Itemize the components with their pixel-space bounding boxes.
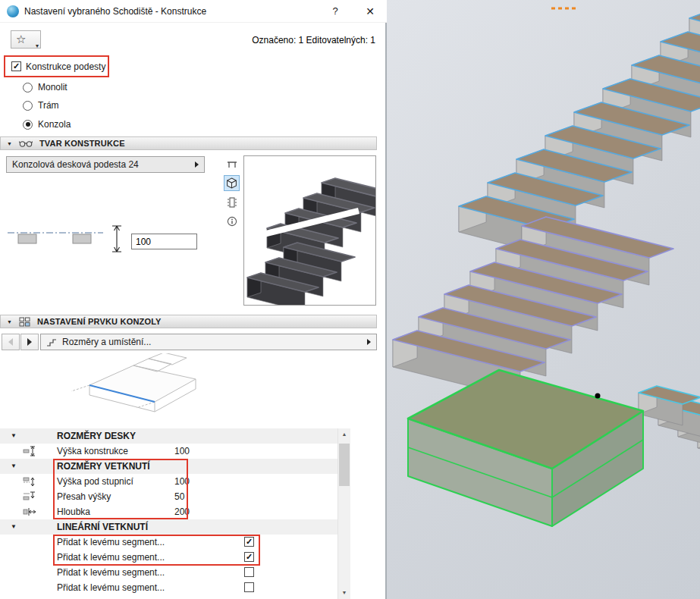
property-row[interactable]: Přidat k levému segment... [0, 535, 337, 550]
next-page-button[interactable] [20, 334, 39, 350]
caret-down-icon: ▾ [36, 42, 39, 49]
cantilever-diagram [44, 353, 218, 426]
property-group-header[interactable]: ▼LINEÁRNÍ VETKNUTÍ [0, 519, 337, 535]
radio-label: Trám [38, 100, 59, 111]
property-checkbox[interactable] [244, 537, 254, 547]
property-label: Hloubka [57, 504, 90, 519]
collapse-arrow-icon[interactable]: ▼ [11, 459, 17, 474]
titlebar[interactable]: Nastavení vybraného Schodiště - Konstruk… [0, 0, 387, 23]
property-row[interactable]: Hloubka200 [0, 504, 337, 519]
arrow-left-icon [8, 338, 13, 346]
collapse-arrow-icon[interactable]: ▼ [11, 519, 17, 535]
dim-depth-icon [23, 506, 39, 517]
stair-preview-image [244, 156, 375, 305]
selection-status: Označeno: 1 Editovatelných: 1 [252, 35, 375, 45]
dim-offset-icon [23, 491, 39, 502]
property-row[interactable]: Přesah výšky50 [0, 489, 337, 504]
property-checkbox[interactable] [244, 567, 254, 577]
archicad-app-icon [7, 5, 19, 17]
star-icon: ☆ [16, 33, 26, 46]
property-group-header[interactable]: ▼ROZMĚRY DESKY [0, 428, 337, 444]
radio-tram[interactable]: Trám [23, 99, 59, 111]
info-icon [227, 216, 237, 227]
radio-icon[interactable] [23, 83, 33, 93]
konstrukce-podesty-row[interactable]: Konstrukce podesty [11, 60, 105, 73]
dim-under-icon [23, 476, 39, 487]
property-table: ▼ROZMĚRY DESKYVýška konstrukce100▼ROZMĚR… [0, 428, 337, 595]
viewport-3d[interactable] [387, 0, 700, 599]
dim-height-icon [23, 446, 39, 456]
property-checkbox[interactable] [244, 552, 254, 562]
scrollbar[interactable]: ▲ ▼ [337, 428, 350, 599]
plan-view-button[interactable] [224, 156, 240, 172]
info-button[interactable] [224, 213, 240, 229]
arrow-right-icon [367, 339, 371, 345]
panel-header-tvar-konstrukce[interactable]: ▼ TVAR KONSTRUKCE [0, 136, 377, 150]
film-strip-icon [227, 197, 237, 208]
property-row[interactable]: Přidat k levému segment... [0, 580, 337, 595]
close-button[interactable]: ✕ [358, 0, 382, 23]
prev-page-button[interactable] [2, 334, 20, 350]
stair-settings-window: Nastavení vybraného Schodiště - Konstruk… [0, 0, 387, 599]
construction-preview [243, 155, 376, 306]
property-checkbox[interactable] [244, 582, 254, 592]
property-row[interactable]: Přidat k levému segment... [0, 550, 337, 565]
property-label: ROZMĚRY VETKNUTÍ [57, 459, 150, 474]
thickness-schematic [6, 224, 126, 256]
property-row[interactable]: Přidat k levému segment... [0, 565, 337, 580]
glasses-icon [19, 140, 33, 148]
height-arrow-icon [112, 226, 121, 252]
property-label: Přesah výšky [57, 489, 111, 504]
property-label: Výška konstrukce [57, 444, 128, 459]
property-label: Přidat k levému segment... [57, 565, 165, 580]
section-view-button[interactable] [224, 194, 240, 210]
radio-monolit[interactable]: Monolit [23, 81, 67, 93]
property-label: Přidat k levému segment... [57, 550, 165, 565]
panel-header-nastaveni-konzoly[interactable]: ▼ NASTAVENÍ PRVKU KONZOLY [0, 315, 377, 328]
help-button[interactable]: ? [323, 0, 347, 23]
radio-icon[interactable] [23, 101, 33, 111]
page-dropdown-value: Rozměry a umístění... [62, 337, 362, 347]
plan-view-icon [228, 162, 237, 168]
property-label: LINEÁRNÍ VETKNUTÍ [57, 519, 148, 535]
view-3d-button[interactable] [224, 175, 240, 191]
property-label: ROZMĚRY DESKY [57, 428, 136, 444]
property-group-header[interactable]: ▼ROZMĚRY VETKNUTÍ [0, 459, 337, 474]
collapse-arrow-icon[interactable]: ▼ [11, 428, 17, 444]
favorites-button[interactable]: ☆ ▾ [11, 30, 41, 49]
collapse-arrow-icon[interactable]: ▼ [7, 319, 12, 325]
property-value[interactable]: 100 [174, 474, 190, 489]
radio-label: Monolit [38, 82, 67, 93]
scroll-down-icon[interactable]: ▼ [338, 587, 350, 599]
panel-title: TVAR KONSTRUKCE [39, 139, 125, 148]
property-row[interactable]: Výška konstrukce100 [0, 444, 337, 459]
preset-dropdown-value: Konzolová desková podesta 24 [12, 159, 190, 170]
arrow-right-icon [195, 162, 199, 168]
thickness-input[interactable] [131, 234, 197, 249]
scroll-up-icon[interactable]: ▲ [338, 428, 350, 441]
konstrukce-podesty-checkbox[interactable] [11, 61, 21, 71]
property-row[interactable]: Výška pod stupnicí100 [0, 474, 337, 489]
property-value[interactable]: 50 [174, 489, 184, 504]
radio-label: Konzola [38, 119, 71, 130]
stairs-icon [46, 337, 57, 347]
cube-3d-icon [226, 177, 237, 189]
property-value[interactable]: 100 [174, 444, 190, 459]
window-title: Nastavení vybraného Schodiště - Konstruk… [24, 0, 206, 23]
stair-3d-model [387, 0, 700, 599]
preset-dropdown[interactable]: Konzolová desková podesta 24 [6, 156, 205, 173]
arrow-right-icon [27, 338, 32, 346]
scrollbar-thumb[interactable] [339, 444, 350, 486]
konstrukce-podesty-label: Konstrukce podesty [26, 61, 105, 72]
property-label: Výška pod stupnicí [57, 474, 133, 489]
property-value[interactable]: 200 [174, 504, 190, 519]
collapse-arrow-icon[interactable]: ▼ [7, 141, 12, 146]
property-label: Přidat k levému segment... [57, 580, 165, 595]
panel-title: NASTAVENÍ PRVKU KONZOLY [37, 317, 162, 326]
property-label: Přidat k levému segment... [57, 535, 165, 550]
page-dropdown[interactable]: Rozměry a umístění... [40, 334, 377, 350]
grid-icon [19, 317, 30, 327]
radio-icon[interactable] [23, 120, 33, 130]
radio-konzola[interactable]: Konzola [23, 118, 71, 130]
